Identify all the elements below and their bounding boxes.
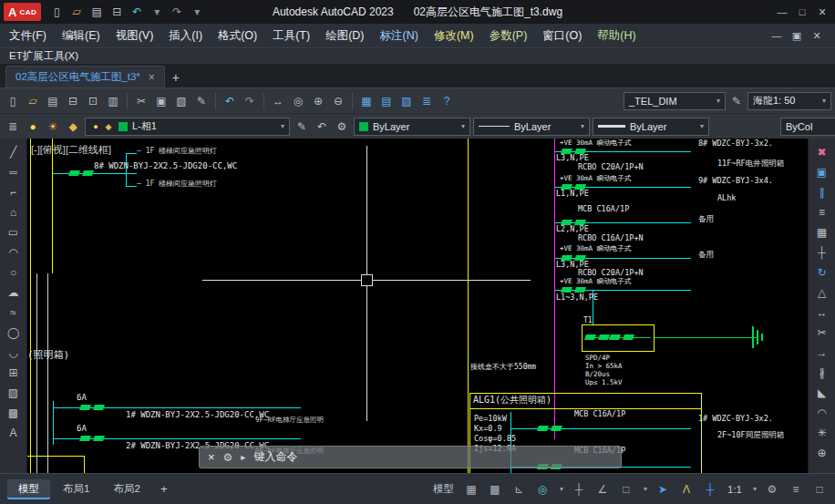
- polygon-icon[interactable]: ⌂: [4, 203, 24, 221]
- plot-style-combo[interactable]: ByCol: [780, 118, 835, 136]
- object-snap-icon[interactable]: □: [618, 480, 634, 499]
- chevron-down-icon[interactable]: ▾: [581, 122, 584, 130]
- linetype-combo[interactable]: ByLayer ▾: [473, 118, 590, 136]
- menu-tools[interactable]: 工具(T): [273, 28, 310, 44]
- customize-icon[interactable]: ⚙: [223, 451, 233, 464]
- text-style-combo[interactable]: 海龍1: 50 ▾: [747, 92, 831, 110]
- fillet-icon[interactable]: ◠: [812, 404, 832, 421]
- ellipse-icon[interactable]: ◯: [4, 324, 24, 341]
- new-tab-button[interactable]: +: [165, 67, 187, 87]
- design-center-icon[interactable]: ▤: [377, 92, 396, 110]
- plot-icon[interactable]: ⊟: [64, 92, 82, 110]
- extend-icon[interactable]: →: [812, 344, 832, 361]
- new-file-icon[interactable]: ▯: [47, 3, 66, 21]
- layer-on-bulb-icon[interactable]: ●: [90, 118, 101, 136]
- command-input[interactable]: 键入命令: [253, 449, 297, 465]
- tab-model[interactable]: 模型: [7, 479, 50, 499]
- menu-et-tools[interactable]: ET扩展工具(X): [9, 49, 78, 63]
- circle-icon[interactable]: ○: [4, 263, 24, 281]
- zoom-previous-icon[interactable]: ⊖: [329, 92, 347, 110]
- join-icon[interactable]: ⊕: [812, 444, 832, 461]
- gradient-icon[interactable]: ▩: [4, 404, 24, 421]
- redo-icon[interactable]: ↷: [168, 3, 186, 21]
- properties-palette-icon[interactable]: ▦: [357, 92, 376, 110]
- layer-freeze-icon[interactable]: ☀: [44, 118, 62, 136]
- model-space-label[interactable]: 模型: [431, 480, 456, 499]
- zoom-realtime-icon[interactable]: ◎: [289, 92, 307, 110]
- chevron-down-icon[interactable]: ▾: [700, 122, 704, 130]
- multiline-text-icon[interactable]: A: [4, 424, 24, 441]
- mdi-close-icon[interactable]: ✕: [808, 26, 826, 45]
- erase-icon[interactable]: ✖: [812, 143, 832, 160]
- zoom-window-icon[interactable]: ⊕: [309, 92, 327, 110]
- object-snap-dropdown-icon[interactable]: ▾: [644, 485, 647, 493]
- annotation-scale-label[interactable]: 1:1: [726, 480, 744, 499]
- arc-icon[interactable]: ◠: [4, 243, 24, 261]
- mirror-icon[interactable]: ∥: [812, 183, 832, 201]
- menu-dimension[interactable]: 标注(N): [380, 28, 418, 44]
- menu-modify[interactable]: 修改(M): [434, 28, 474, 44]
- file-tab[interactable]: 02高层公区电气施工图_t3* ×: [5, 66, 165, 87]
- command-line[interactable]: × ⚙ ▸ 键入命令: [199, 446, 622, 468]
- polar-tracking-icon[interactable]: ∠: [594, 480, 611, 499]
- cut-icon[interactable]: ✂: [132, 92, 150, 110]
- line-icon[interactable]: ╱: [4, 143, 24, 160]
- save-icon[interactable]: ▤: [44, 92, 62, 110]
- dim-style-edit-icon[interactable]: ✎: [727, 92, 746, 110]
- isodraft-dropdown-icon[interactable]: ▾: [560, 485, 563, 493]
- chevron-down-icon[interactable]: ▾: [822, 97, 826, 105]
- viewport-controls-label[interactable]: [-][俯视][二维线框]: [31, 143, 111, 157]
- ellipse-arc-icon[interactable]: ◡: [4, 344, 24, 361]
- hatch-icon[interactable]: ▨: [4, 384, 24, 401]
- undo-icon[interactable]: ↶: [221, 92, 239, 110]
- save-icon[interactable]: ▤: [88, 3, 106, 21]
- open-file-icon[interactable]: ▱: [67, 3, 86, 21]
- move-icon[interactable]: ┼: [812, 243, 832, 261]
- mdi-minimize-icon[interactable]: —: [768, 26, 786, 45]
- qnew-icon[interactable]: ▯: [4, 92, 22, 110]
- chevron-down-icon[interactable]: ▾: [281, 122, 284, 130]
- tool-palettes-icon[interactable]: ▨: [397, 92, 416, 110]
- layer-combo[interactable]: ●◆ L-相1 ▾: [85, 118, 290, 136]
- autocad-logo-icon[interactable]: A CAD: [4, 3, 41, 21]
- redo-icon[interactable]: ↷: [241, 92, 259, 110]
- menu-file[interactable]: 文件(F): [9, 28, 46, 44]
- close-icon[interactable]: ×: [208, 450, 215, 464]
- layer-properties-icon[interactable]: ≣: [4, 118, 22, 136]
- annotation-scale-dropdown-icon[interactable]: ▾: [753, 485, 757, 493]
- rotate-icon[interactable]: ↻: [812, 263, 832, 281]
- open-icon[interactable]: ▱: [24, 92, 42, 110]
- tab-layout1[interactable]: 布局1: [52, 479, 100, 499]
- color-combo[interactable]: ByLayer ▾: [354, 118, 470, 136]
- redo-dropdown-icon[interactable]: ▾: [188, 3, 206, 21]
- clean-screen-icon[interactable]: □: [811, 480, 828, 499]
- menu-parametric[interactable]: 参数(P): [490, 28, 528, 44]
- menu-view[interactable]: 视图(V): [116, 28, 154, 44]
- spline-icon[interactable]: ≈: [4, 303, 24, 321]
- isodraft-icon[interactable]: ◎: [534, 480, 551, 499]
- maximize-icon[interactable]: □: [793, 3, 811, 21]
- array-icon[interactable]: ▦: [812, 223, 832, 241]
- construction-line-icon[interactable]: ═: [4, 163, 24, 180]
- stretch-icon[interactable]: ↔: [812, 303, 832, 321]
- dim-style-combo[interactable]: _TEL_DIM ▾: [624, 92, 726, 110]
- undo-dropdown-icon[interactable]: ▾: [148, 3, 166, 21]
- explode-icon[interactable]: ✳: [812, 424, 832, 441]
- publish-icon[interactable]: ▥: [104, 92, 122, 110]
- chevron-down-icon[interactable]: ▾: [716, 97, 720, 105]
- layer-states-icon[interactable]: ⚙: [333, 118, 351, 136]
- annotation-visibility-icon[interactable]: Λ: [678, 480, 695, 499]
- menu-draw[interactable]: 绘图(D): [325, 28, 364, 44]
- plot-icon[interactable]: ⊟: [108, 3, 126, 21]
- dynamic-input-icon[interactable]: ┼: [702, 480, 718, 499]
- menu-help[interactable]: 帮助(H): [597, 28, 635, 44]
- trim-icon[interactable]: ✂: [812, 324, 832, 341]
- tab-layout2[interactable]: 布局2: [102, 479, 150, 499]
- close-icon[interactable]: ×: [149, 71, 155, 84]
- grid-display-icon[interactable]: ▦: [463, 480, 479, 499]
- pan-icon[interactable]: ↔: [269, 92, 287, 110]
- revision-cloud-icon[interactable]: ☁: [4, 283, 24, 301]
- minimize-icon[interactable]: —: [773, 3, 791, 21]
- workspace-switching-icon[interactable]: ⚙: [764, 480, 780, 499]
- layer-lock-icon[interactable]: ◆: [64, 118, 82, 136]
